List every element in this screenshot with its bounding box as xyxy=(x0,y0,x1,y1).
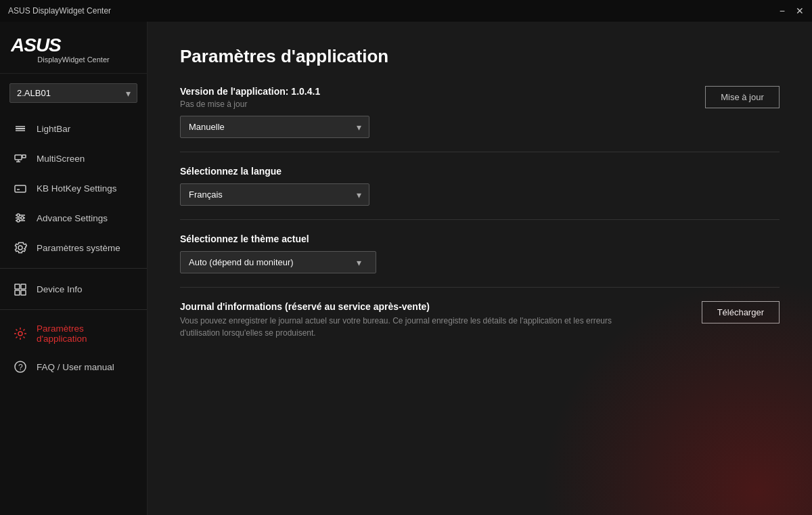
device-dropdown[interactable]: 2.ALB01 xyxy=(9,83,137,103)
sidebar-item-advance-settings-label: Advance Settings xyxy=(37,213,108,223)
lightbar-icon xyxy=(14,122,27,135)
svg-rect-20 xyxy=(21,284,26,289)
window-title: ASUS DisplayWidget Center xyxy=(8,6,111,16)
svg-rect-8 xyxy=(15,185,26,192)
sidebar-item-faq-label: FAQ / User manual xyxy=(37,362,114,372)
language-section: Sélectionnez la langue Français English … xyxy=(180,166,780,206)
svg-rect-19 xyxy=(15,284,20,289)
multiscreen-icon xyxy=(14,152,27,165)
svg-rect-5 xyxy=(22,155,26,158)
journal-section: Journal d'informations (réservé au servi… xyxy=(180,301,780,339)
sidebar-item-device-info[interactable]: Device Info xyxy=(0,274,147,304)
minimize-button[interactable]: − xyxy=(780,6,785,16)
asus-logo: ASUS xyxy=(11,34,136,54)
sidebar-item-faq[interactable]: ? FAQ / User manual xyxy=(0,352,147,382)
sidebar-item-app-params[interactable]: Paramètres d'application xyxy=(0,315,147,352)
journal-label: Journal d'informations (réservé au servi… xyxy=(180,301,688,312)
version-section: Version de l'application: 1.0.4.1 Pas de… xyxy=(180,86,780,138)
device-selector-wrap[interactable]: 2.ALB01 xyxy=(9,83,137,103)
theme-label: Sélectionnez le thème actuel xyxy=(180,233,780,244)
sidebar-item-system-settings-label: Paramètres système xyxy=(37,243,120,253)
svg-rect-22 xyxy=(21,290,26,295)
sidebar-item-app-params-label: Paramètres d'application xyxy=(37,323,133,344)
advance-icon xyxy=(14,211,27,225)
sidebar-item-system-settings[interactable]: Paramètres système xyxy=(0,233,147,263)
version-sublabel: Pas de mise à jour xyxy=(180,99,369,109)
main-content: Paramètres d'application Version de l'ap… xyxy=(148,22,812,515)
device-info-icon xyxy=(14,282,27,296)
update-mode-dropdown[interactable]: Manuelle Automatique xyxy=(180,116,369,138)
close-button[interactable]: ✕ xyxy=(796,6,804,16)
svg-text:ASUS: ASUS xyxy=(11,35,62,54)
update-button[interactable]: Mise à jour xyxy=(705,86,780,108)
sidebar-item-lightbar-label: LightBar xyxy=(37,124,70,134)
window-controls: − ✕ xyxy=(780,6,804,16)
hotkey-icon xyxy=(14,181,27,195)
divider-2 xyxy=(180,219,780,220)
page-title: Paramètres d'application xyxy=(180,46,780,67)
language-dropdown[interactable]: Français English Deutsch Español xyxy=(180,183,369,206)
svg-point-16 xyxy=(17,214,20,217)
settings-icon xyxy=(14,241,27,254)
svg-point-17 xyxy=(21,217,24,219)
svg-rect-4 xyxy=(15,155,22,160)
svg-rect-21 xyxy=(15,290,20,295)
download-button[interactable]: Télécharger xyxy=(702,301,780,323)
theme-section: Sélectionnez le thème actuel Auto (dépen… xyxy=(180,233,780,273)
divider-3 xyxy=(180,287,780,288)
version-label: Version de l'application: 1.0.4.1 xyxy=(180,86,369,97)
logo-subtitle: DisplayWidget Center xyxy=(11,55,136,64)
sidebar-item-lightbar[interactable]: LightBar xyxy=(0,114,147,143)
journal-description: Vous pouvez enregistrer le journal actue… xyxy=(180,315,640,339)
sidebar: ASUS DisplayWidget Center 2.ALB01 LightB… xyxy=(0,22,148,515)
titlebar: ASUS DisplayWidget Center − ✕ xyxy=(0,0,812,22)
svg-text:?: ? xyxy=(18,363,23,372)
sidebar-divider-1 xyxy=(0,268,147,269)
sidebar-item-advance-settings[interactable]: Advance Settings xyxy=(0,203,147,233)
sidebar-item-kb-hotkey-label: KB HotKey Settings xyxy=(37,183,117,194)
sidebar-nav: LightBar MultiScreen xyxy=(0,110,147,515)
divider-1 xyxy=(180,152,780,152)
app-params-icon xyxy=(14,327,27,340)
sidebar-item-kb-hotkey[interactable]: KB HotKey Settings xyxy=(0,173,147,203)
theme-dropdown[interactable]: Auto (dépend du moniteur) Sombre Clair xyxy=(180,251,376,273)
sidebar-divider-2 xyxy=(0,309,147,310)
sidebar-item-multiscreen[interactable]: MultiScreen xyxy=(0,143,147,173)
faq-icon: ? xyxy=(14,360,27,374)
sidebar-logo: ASUS DisplayWidget Center xyxy=(0,22,147,74)
sidebar-item-device-info-label: Device Info xyxy=(37,284,83,294)
language-label: Sélectionnez la langue xyxy=(180,166,780,177)
sidebar-item-multiscreen-label: MultiScreen xyxy=(37,154,85,164)
sidebar-bottom: Device Info Paramètres d'application xyxy=(0,274,147,390)
svg-point-23 xyxy=(18,332,22,336)
svg-point-18 xyxy=(17,219,20,222)
